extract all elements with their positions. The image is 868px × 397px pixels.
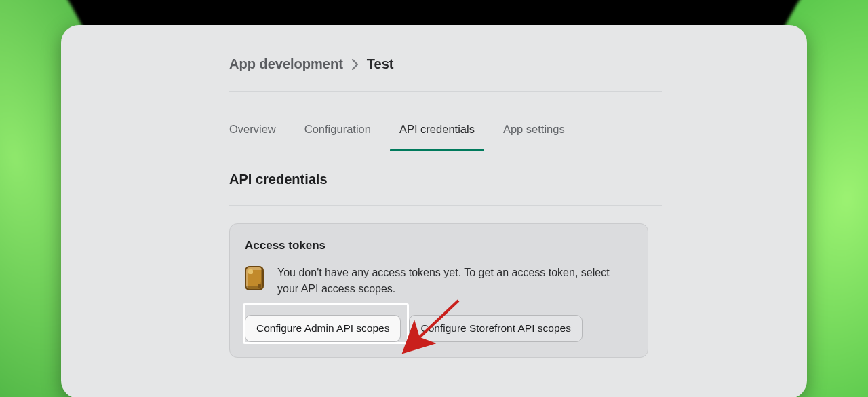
breadcrumb-current: Test [367, 56, 394, 72]
section-title: API credentials [229, 172, 662, 187]
configure-storefront-api-scopes-button[interactable]: Configure Storefront API scopes [409, 315, 582, 342]
breadcrumb: App development Test [229, 56, 662, 72]
app-window: App development Test Overview Configurat… [61, 25, 807, 397]
tab-api-credentials[interactable]: API credentials [399, 116, 475, 151]
tab-overview[interactable]: Overview [229, 116, 276, 151]
tab-configuration[interactable]: Configuration [304, 116, 371, 151]
access-tokens-card: Access tokens You don't have any access … [229, 223, 648, 358]
tab-app-settings[interactable]: App settings [503, 116, 565, 151]
configure-admin-api-scopes-button[interactable]: Configure Admin API scopes [245, 315, 401, 342]
divider [229, 205, 662, 206]
tabs: Overview Configuration API credentials A… [229, 116, 662, 151]
chevron-right-icon [351, 59, 359, 70]
divider [229, 91, 662, 92]
access-tokens-message: You don't have any access tokens yet. To… [277, 265, 633, 297]
card-title: Access tokens [245, 239, 633, 252]
token-icon [245, 266, 264, 290]
breadcrumb-parent[interactable]: App development [229, 56, 343, 72]
